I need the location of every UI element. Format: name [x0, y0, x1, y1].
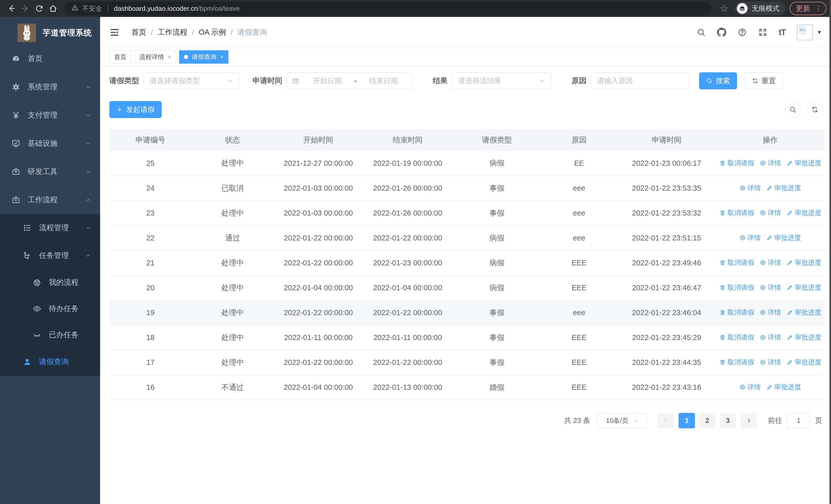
- cell-end: 2022-01-04 00:00:00: [363, 275, 452, 300]
- font-size-icon[interactable]: tT: [779, 27, 785, 37]
- avatar[interactable]: [797, 24, 813, 40]
- prev-page-button[interactable]: [658, 413, 674, 428]
- refresh-table-button[interactable]: [807, 101, 823, 118]
- action-detail-link[interactable]: 详情: [760, 208, 781, 217]
- user-menu[interactable]: ▼: [797, 24, 822, 40]
- breadcrumb-item[interactable]: 首页: [132, 27, 146, 37]
- tab-首页[interactable]: 首页: [109, 50, 132, 64]
- create-leave-label: 发起请假: [126, 105, 155, 114]
- security-label: 不安全: [82, 4, 102, 13]
- page-size-select[interactable]: 10条/页: [597, 413, 647, 428]
- action-cancel-link[interactable]: 取消请假: [719, 158, 754, 168]
- page-unit-label: 页: [815, 416, 822, 425]
- tab-close-icon[interactable]: ×: [220, 53, 224, 61]
- app-logo: [18, 24, 36, 42]
- cell-applied: 2022-01-22 23:53:32: [617, 201, 717, 226]
- tab-close-icon[interactable]: ×: [168, 53, 171, 61]
- leave-type-select[interactable]: 请选择请假类型: [144, 72, 239, 89]
- action-detail-link[interactable]: 详情: [739, 233, 761, 242]
- action-label: 详情: [747, 183, 761, 192]
- browser-update-chip[interactable]: 更新 ⋮: [790, 2, 826, 15]
- cell-id: 21: [109, 250, 192, 275]
- sidebar-item-首页[interactable]: 首页: [0, 45, 100, 73]
- action-progress-link[interactable]: 审批进度: [786, 158, 821, 168]
- page-button-1[interactable]: 1: [679, 413, 695, 428]
- create-leave-button[interactable]: 发起请假: [109, 101, 162, 118]
- action-detail-link[interactable]: 详情: [760, 308, 781, 317]
- action-cancel-link[interactable]: 取消请假: [719, 208, 754, 217]
- tab-流程详情[interactable]: 流程详情×: [135, 50, 176, 64]
- sidebar-collapse-icon[interactable]: [109, 27, 120, 37]
- pen-icon: [786, 210, 793, 216]
- action-progress-link[interactable]: 审批进度: [786, 283, 821, 292]
- back-icon[interactable]: [5, 2, 19, 16]
- action-detail-link[interactable]: 详情: [760, 358, 781, 367]
- action-progress-link[interactable]: 审批进度: [786, 258, 821, 267]
- action-progress-link[interactable]: 审批进度: [766, 233, 801, 242]
- bookmark-star-icon[interactable]: ☆: [716, 3, 733, 14]
- home-icon[interactable]: [46, 2, 60, 16]
- action-label: 详情: [747, 383, 761, 392]
- tab-请假查询[interactable]: 请假查询×: [179, 50, 228, 64]
- sidebar-item-研发工具[interactable]: 研发工具: [0, 157, 100, 186]
- action-cancel-link[interactable]: 取消请假: [719, 333, 754, 342]
- action-label: 取消请假: [727, 308, 754, 317]
- search-icon[interactable]: [696, 28, 706, 37]
- table-header-row: 申请编号状态开始时间结束时间请假类型原因申请时间操作: [109, 129, 824, 151]
- action-progress-link[interactable]: 审批进度: [786, 358, 821, 367]
- goto-page-input[interactable]: 1: [787, 413, 810, 428]
- address-bar[interactable]: 不安全 dashboard.yudao.iocoder.cn/bpm/oa/le…: [65, 2, 711, 15]
- sidebar-item-基础设施[interactable]: 基础设施: [0, 129, 100, 157]
- action-detail-link[interactable]: 详情: [739, 383, 761, 392]
- action-detail-link[interactable]: 详情: [760, 283, 781, 292]
- cell-end: 2022-01-26 00:00:00: [363, 201, 452, 226]
- sidebar-item-工作流程[interactable]: 工作流程: [0, 186, 100, 214]
- action-progress-link[interactable]: 审批进度: [766, 383, 801, 392]
- action-cancel-link[interactable]: 取消请假: [719, 308, 754, 317]
- toggle-search-button[interactable]: [785, 101, 801, 118]
- action-detail-link[interactable]: 详情: [739, 183, 761, 192]
- sidebar-item-系统管理[interactable]: 系统管理: [0, 73, 100, 101]
- sidebar-item-支付管理[interactable]: 支付管理: [0, 101, 100, 129]
- reset-button[interactable]: 重置: [745, 72, 783, 89]
- action-progress-link[interactable]: 审批进度: [786, 208, 821, 217]
- page-button-2[interactable]: 2: [699, 413, 716, 428]
- breadcrumb-separator: /: [151, 28, 153, 37]
- reload-icon[interactable]: [32, 2, 46, 16]
- github-icon[interactable]: [717, 28, 726, 37]
- reason-input[interactable]: 请输入原因: [591, 72, 690, 89]
- sidebar-item-任务管理[interactable]: 任务管理: [0, 242, 100, 269]
- scrollbar[interactable]: [829, 0, 831, 504]
- action-cancel-link[interactable]: 取消请假: [719, 283, 754, 292]
- sidebar-item-请假查询[interactable]: 请假查询: [0, 348, 100, 376]
- action-detail-link[interactable]: 详情: [760, 258, 781, 267]
- search-button[interactable]: 搜索: [699, 72, 737, 89]
- next-page-button[interactable]: [741, 413, 757, 428]
- table-row: 25处理中2021-12-27 00:00:002022-01-19 00:00…: [109, 151, 824, 176]
- sidebar-item-我的流程[interactable]: 我的流程: [0, 269, 100, 296]
- apply-time-range-picker[interactable]: 开始日期 - 结束日期: [287, 72, 413, 89]
- action-progress-link[interactable]: 审批进度: [786, 333, 821, 342]
- fullscreen-icon[interactable]: [758, 28, 767, 37]
- browser-menu-icon[interactable]: ⋮: [815, 4, 822, 12]
- action-cancel-link[interactable]: 取消请假: [719, 258, 754, 267]
- help-icon[interactable]: [738, 28, 747, 37]
- cell-id: 19: [109, 300, 192, 325]
- navbar-actions: tT ▼: [696, 24, 822, 40]
- action-detail-link[interactable]: 详情: [760, 333, 781, 342]
- sidebar-item-待办任务[interactable]: 待办任务: [0, 296, 100, 322]
- cell-end: 2022-01-26 00:00:00: [363, 176, 452, 201]
- breadcrumb-item[interactable]: 工作流程: [157, 27, 188, 37]
- page-button-3[interactable]: 3: [720, 413, 736, 428]
- reason-placeholder: 请输入原因: [597, 76, 633, 86]
- sidebar-item-已办任务[interactable]: 已办任务: [0, 322, 100, 348]
- sidebar-item-流程管理[interactable]: 流程管理: [0, 214, 100, 242]
- action-progress-link[interactable]: 审批进度: [786, 308, 821, 317]
- action-progress-link[interactable]: 审批进度: [766, 183, 801, 192]
- result-select[interactable]: 请选择流结果: [452, 72, 551, 89]
- action-cancel-link[interactable]: 取消请假: [719, 358, 754, 367]
- table-row: 16不通过2022-01-04 00:00:002022-01-13 00:00…: [109, 375, 824, 400]
- breadcrumb-item[interactable]: OA 示例: [199, 27, 226, 37]
- app-logo-row[interactable]: 芋道管理系统: [0, 17, 100, 45]
- action-detail-link[interactable]: 详情: [760, 158, 781, 168]
